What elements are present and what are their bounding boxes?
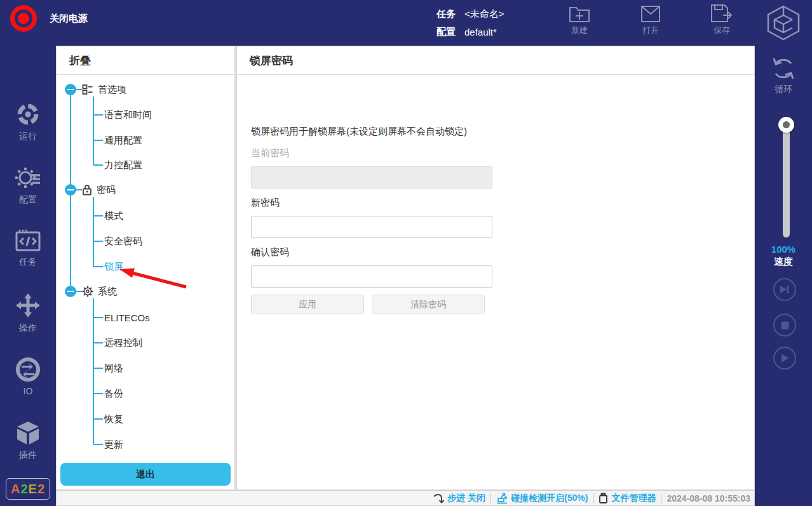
current-password-label: 当前密码	[251, 147, 289, 159]
tree-item-force-config[interactable]: 力控配置	[104, 157, 142, 173]
tree-item-label: 网络	[104, 363, 123, 375]
task-value: <未命名>	[464, 8, 504, 20]
tree-item-system[interactable]: 系统	[82, 284, 117, 299]
power-label: 关闭电源	[50, 13, 88, 25]
sidebar-item-io[interactable]: IO	[0, 357, 56, 396]
tree-item-network[interactable]: 网络	[104, 361, 123, 376]
lock-screen-form: 锁屏密码用于解锁屏幕(未设定则屏幕不会自动锁定) 当前密码 新密码 确认密码 应…	[237, 75, 754, 489]
power-button[interactable]: 关闭电源	[10, 5, 88, 32]
badge-char: A	[11, 482, 20, 496]
confirm-password-label: 确认密码	[251, 246, 289, 258]
collapse-toggle-password[interactable]	[65, 184, 76, 196]
code-window-icon	[15, 229, 41, 253]
new-folder-icon	[569, 4, 590, 23]
step-forward-button[interactable]	[773, 278, 796, 301]
tree-item-label: 锁屏	[104, 261, 123, 273]
tree-item-label: 力控配置	[104, 159, 142, 171]
task-config: 任务 <未命名> 配置 default*	[436, 5, 504, 41]
tree-item-label: 备份	[104, 388, 123, 400]
save-button[interactable]: 保存	[701, 4, 742, 36]
tree-item-label: 密码	[97, 184, 116, 196]
app-root: 关闭电源 任务 <未命名> 配置 default* 新建	[0, 0, 812, 506]
statusbar-separator	[491, 494, 491, 503]
io-label: IO	[24, 386, 33, 396]
task-nav-label: 任务	[19, 256, 37, 268]
new-label: 新建	[571, 25, 588, 36]
stop-button[interactable]	[773, 314, 796, 336]
play-icon	[780, 353, 789, 363]
tree-panel-header[interactable]: 折叠	[57, 46, 234, 75]
tree-item-label: 语言和时间	[104, 109, 152, 121]
save-icon	[710, 4, 733, 23]
loop-icon	[770, 56, 797, 81]
tree-item-preferences[interactable]: 首选项	[82, 82, 126, 97]
topbar: 关闭电源 任务 <未命名> 配置 default* 新建	[0, 0, 812, 46]
new-button[interactable]: 新建	[559, 4, 600, 36]
tree-connector-lines	[57, 75, 236, 461]
preferences-icon	[82, 84, 93, 95]
tree-content: 首选项 语言和时间 通用配置 力控配置 密码 模式 安全密码 锁屏	[57, 75, 234, 461]
run-label: 运行	[19, 131, 37, 142]
open-folder-icon	[640, 4, 661, 23]
loop-label: 循环	[775, 84, 792, 95]
a2e2-badge[interactable]: A 2 E 2	[6, 478, 50, 500]
tree-item-label: 模式	[104, 210, 123, 222]
gear-list-icon	[15, 165, 41, 190]
left-sidebar: 运行 配置	[0, 46, 56, 506]
tree-item-backup[interactable]: 备份	[104, 386, 123, 401]
step-mode-text: 步进 关闭	[447, 493, 485, 504]
tree-item-restore[interactable]: 恢复	[104, 411, 123, 427]
collapse-toggle-preferences[interactable]	[65, 84, 76, 95]
io-exchange-icon	[15, 357, 41, 382]
sidebar-item-config[interactable]: 配置	[0, 165, 56, 206]
collision-detection-toggle[interactable]: 碰撞检测开启(50%)	[496, 493, 588, 504]
right-sidebar: 循环 100% 速度	[755, 46, 812, 506]
file-manager-button[interactable]: 文件管理器	[599, 493, 656, 504]
tree-item-label: 通用配置	[104, 135, 142, 147]
loop-button[interactable]: 循环	[755, 56, 812, 95]
tree-item-label: 系统	[98, 286, 117, 298]
statusbar-separator	[593, 494, 593, 503]
sidebar-item-operate[interactable]: 操作	[0, 292, 56, 334]
usb-drive-icon	[599, 493, 608, 503]
apply-button[interactable]: 应用	[251, 295, 364, 314]
operate-label: 操作	[19, 323, 37, 334]
play-button[interactable]	[773, 347, 796, 370]
sidebar-item-plugin[interactable]: 插件	[0, 420, 56, 461]
tree-item-language-time[interactable]: 语言和时间	[104, 107, 152, 123]
speed-slider-track[interactable]	[783, 121, 790, 237]
lock-icon	[82, 184, 92, 196]
tree-item-mode[interactable]: 模式	[104, 208, 123, 223]
run-icon	[15, 102, 41, 127]
statusbar-separator	[661, 494, 661, 503]
tree-item-general-config[interactable]: 通用配置	[104, 133, 142, 148]
config-value: default*	[464, 27, 497, 37]
tree-item-label: ELITECOs	[104, 312, 150, 323]
description-text: 锁屏密码用于解锁屏幕(未设定则屏幕不会自动锁定)	[251, 126, 467, 138]
confirm-password-field[interactable]	[251, 265, 492, 288]
exit-button[interactable]: 退出	[60, 463, 231, 486]
clear-password-button[interactable]: 清除密码	[372, 295, 485, 314]
statusbar: 步进 关闭 碰撞检测开启(50%)	[56, 490, 755, 506]
save-label: 保存	[714, 25, 730, 36]
tree-item-update[interactable]: 更新	[104, 437, 123, 452]
new-password-field[interactable]	[251, 216, 492, 238]
tree-item-lock-screen[interactable]: 锁屏	[104, 259, 123, 274]
collision-detection-text: 碰撞检测开启(50%)	[511, 493, 588, 504]
tree-item-password[interactable]: 密码	[82, 182, 116, 197]
task-label: 任务	[436, 8, 456, 20]
page-title: 锁屏密码	[237, 46, 754, 75]
move-arrows-icon	[15, 292, 41, 319]
step-mode-toggle[interactable]: 步进 关闭	[433, 493, 485, 504]
badge-char: 2	[20, 482, 28, 496]
tree-item-remote-control[interactable]: 远程控制	[104, 335, 142, 350]
collapse-toggle-system[interactable]	[65, 286, 76, 297]
tree-item-safety-password[interactable]: 安全密码	[104, 234, 142, 249]
speed-slider-handle[interactable]	[778, 117, 794, 133]
sidebar-item-task[interactable]: 任务	[0, 229, 56, 268]
tree-item-elitecos[interactable]: ELITECOs	[104, 310, 150, 325]
cube-icon	[15, 420, 41, 446]
sidebar-item-run[interactable]: 运行	[0, 102, 56, 142]
open-button[interactable]: 打开	[630, 4, 671, 36]
tree-item-label: 安全密码	[104, 236, 142, 248]
